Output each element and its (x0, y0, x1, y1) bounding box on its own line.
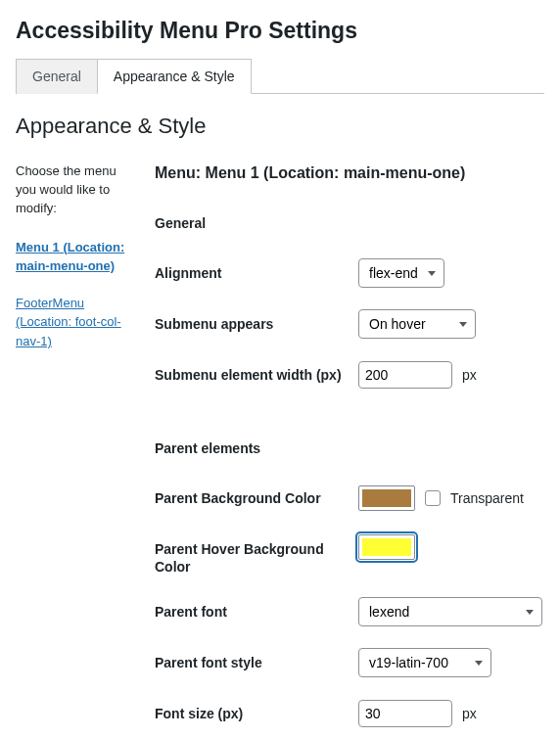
sidebar-menu-link-1[interactable]: Menu 1 (Location: main-menu-one) (16, 238, 133, 276)
sidebar-intro: Choose the menu you would like to modify… (16, 162, 133, 218)
submenu-appears-select[interactable]: On hover (358, 309, 476, 339)
parent-font-style-label: Parent font style (155, 654, 358, 671)
submenu-width-label: Submenu element width (px) (155, 366, 358, 384)
tabs: General Appearance & Style (16, 58, 544, 94)
parent-hover-bg-label: Parent Hover Background Color (155, 534, 358, 576)
parent-bg-label: Parent Background Color (155, 489, 358, 507)
parent-bg-transparent-label: Transparent (450, 490, 524, 506)
parent-font-size-label: Font size (px) (155, 705, 358, 722)
alignment-select[interactable]: flex-end (358, 258, 444, 288)
submenu-width-input[interactable] (358, 361, 452, 389)
parent-font-label: Parent font (155, 603, 358, 621)
parent-font-select[interactable]: lexend (358, 597, 542, 626)
parent-hover-bg-swatch[interactable] (358, 534, 415, 560)
alignment-label: Alignment (155, 264, 358, 282)
submenu-width-unit: px (462, 367, 477, 383)
parent-font-size-input[interactable] (358, 700, 452, 727)
tab-general[interactable]: General (16, 59, 97, 94)
parent-font-size-unit: px (462, 706, 477, 721)
parent-bg-color (362, 489, 411, 507)
parent-hover-bg-color (362, 538, 411, 556)
current-menu-title: Menu: Menu 1 (Location: main-menu-one) (155, 164, 544, 182)
section-parent-heading: Parent elements (155, 440, 544, 456)
submenu-appears-label: Submenu appears (155, 315, 358, 333)
tab-appearance[interactable]: Appearance & Style (97, 59, 252, 94)
page-title: Accessibility Menu Pro Settings (16, 18, 544, 44)
parent-bg-transparent-checkbox[interactable] (425, 490, 441, 506)
parent-bg-swatch[interactable] (358, 485, 415, 511)
sidebar-menu-link-2[interactable]: FooterMenu (Location: foot-col-nav-1) (16, 294, 133, 351)
subheading: Appearance & Style (16, 114, 544, 139)
parent-font-style-select[interactable]: v19-latin-700 (358, 648, 491, 677)
sidebar: Choose the menu you would like to modify… (16, 162, 133, 738)
settings-panel: Menu: Menu 1 (Location: main-menu-one) G… (155, 162, 544, 738)
section-general-heading: General (155, 215, 544, 231)
